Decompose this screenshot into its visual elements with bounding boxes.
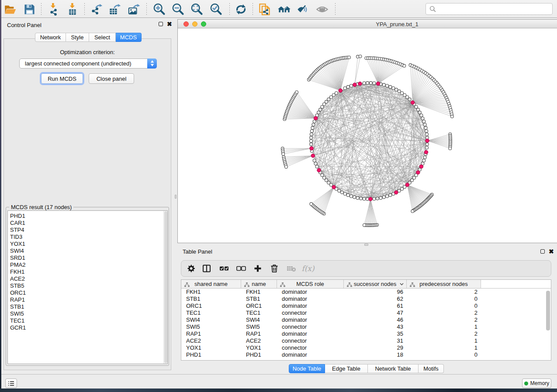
open-folder-icon[interactable] — [3, 2, 17, 16]
memory-button[interactable]: Memory — [522, 378, 551, 388]
table-cell: dominator — [277, 289, 344, 296]
mcds-list-scrollbar[interactable] — [163, 211, 167, 364]
horizontal-splitter-grip[interactable] — [364, 244, 368, 246]
tab-select[interactable]: Select — [89, 33, 116, 42]
table-cell: dominator — [277, 330, 344, 337]
zoom-out-icon[interactable] — [171, 2, 185, 16]
float-panel-icon[interactable] — [159, 22, 163, 26]
table-row[interactable]: SWI5SWI5connector431 — [181, 323, 551, 330]
mcds-result-item[interactable]: SRD1 — [10, 254, 167, 261]
run-mcds-button[interactable]: Run MCDS — [41, 73, 83, 84]
mcds-result-item[interactable]: STB1 — [10, 303, 167, 310]
table-row[interactable]: YOX1YOX1connector291 — [181, 344, 551, 351]
toolbar-separator — [41, 3, 42, 15]
table-row[interactable]: PHD1PHD1dominator180 — [181, 351, 551, 358]
mcds-result-item[interactable]: SWI5 — [10, 310, 167, 317]
table-scrollbar-thumb[interactable] — [546, 291, 550, 330]
tab-network-table[interactable]: Network Table — [368, 364, 419, 373]
tab-style[interactable]: Style — [66, 33, 89, 42]
toolbar-separator — [253, 3, 253, 15]
table-cell: 1 — [407, 344, 481, 351]
gear-icon[interactable] — [184, 261, 198, 276]
mcds-result-item[interactable]: PHD1 — [10, 213, 167, 220]
mcds-result-item[interactable]: STP4 — [10, 227, 167, 234]
save-floppy-icon[interactable] — [22, 2, 36, 16]
column-header-predecessor-nodes[interactable]: predecessor nodes — [407, 280, 481, 289]
table-cell: SWI4 — [181, 316, 241, 323]
import-network-icon[interactable] — [46, 2, 60, 16]
column-header-MCDS-role[interactable]: MCDS role — [277, 280, 344, 289]
show-panels-button[interactable] — [5, 378, 17, 388]
refresh-icon[interactable] — [234, 2, 248, 16]
column-type-icon — [280, 282, 285, 289]
window-minimize-button[interactable] — [192, 21, 197, 27]
window-close-button[interactable] — [183, 21, 189, 27]
zoom-in-icon[interactable] — [152, 2, 166, 16]
column-header-name[interactable]: name — [241, 280, 277, 289]
export-image-icon[interactable] — [127, 2, 141, 16]
select-all-icon[interactable] — [217, 261, 231, 276]
table-row[interactable]: ORC1ORC1dominator610 — [181, 303, 551, 309]
network-graph-canvas[interactable] — [178, 29, 557, 243]
toolbar-separator — [146, 3, 147, 15]
mcds-result-item[interactable]: PMA2 — [10, 261, 167, 268]
mcds-result-item[interactable]: ORC1 — [10, 289, 167, 296]
mcds-result-group: MCDS result (17 nodes) PHD1CAR1STP4TID3Y… — [6, 207, 169, 366]
table-row[interactable]: TEC1TEC1connector472 — [181, 309, 551, 316]
mcds-result-list[interactable]: PHD1CAR1STP4TID3YOX1SWI4SRD1PMA2FKH1ACE2… — [7, 210, 168, 364]
tab-network[interactable]: Network — [35, 33, 66, 42]
table-cell: 0 — [407, 303, 481, 309]
column-header-successor-nodes[interactable]: successor nodes — [344, 280, 407, 289]
search-field[interactable] — [426, 3, 553, 15]
tab-mcds[interactable]: MCDS — [116, 33, 142, 42]
close-table-panel-icon[interactable]: ✖ — [549, 249, 554, 254]
table-cell: ACE2 — [241, 337, 277, 344]
mcds-result-item[interactable]: TID3 — [10, 234, 167, 241]
mcds-result-item[interactable]: CAR1 — [10, 220, 167, 227]
zoom-selected-icon[interactable] — [209, 2, 223, 16]
criterion-dropdown[interactable]: largest connected component (undirected) — [19, 58, 157, 69]
dropdown-stepper-icon — [147, 58, 157, 69]
mcds-result-item[interactable]: YOX1 — [10, 241, 167, 248]
column-header-shared-name[interactable]: shared name — [181, 280, 241, 289]
mcds-result-item[interactable]: STB5 — [10, 282, 167, 289]
table-body: FKH1FKH1dominator962STB1STB1dominator620… — [181, 289, 551, 358]
float-table-panel-icon[interactable] — [540, 249, 545, 254]
desktop-wallpaper-left — [0, 0, 1, 392]
table-cell: 2 — [407, 309, 481, 316]
import-table-icon[interactable] — [66, 2, 80, 16]
mcds-result-item[interactable]: SWI4 — [10, 248, 167, 254]
hide-selected-icon[interactable] — [296, 2, 310, 16]
columns-icon[interactable] — [200, 261, 214, 276]
table-row[interactable]: RAP1RAP1dominator352 — [181, 330, 551, 337]
clone-network-icon[interactable] — [257, 2, 271, 16]
table-cell: SWI5 — [181, 323, 241, 330]
mcds-result-item[interactable]: RAP1 — [10, 296, 167, 303]
table-row[interactable]: ACE2ACE2connector311 — [181, 337, 551, 344]
mcds-result-item[interactable]: ACE2 — [10, 275, 167, 282]
window-zoom-button[interactable] — [201, 21, 206, 27]
deselect-all-icon[interactable] — [234, 261, 248, 276]
zoom-fit-icon[interactable] — [190, 2, 204, 16]
close-panel-button[interactable]: Close panel — [89, 73, 134, 84]
mcds-result-item[interactable]: FKH1 — [10, 268, 167, 275]
plus-icon[interactable] — [251, 261, 265, 276]
search-input[interactable] — [436, 3, 552, 14]
table-row[interactable]: SWI4SWI4dominator462 — [181, 316, 551, 323]
trash-icon[interactable] — [267, 261, 281, 276]
mcds-result-item[interactable]: TEC1 — [10, 317, 167, 324]
close-panel-icon[interactable]: ✖ — [167, 21, 172, 27]
mcds-result-item[interactable]: GCR1 — [10, 324, 167, 331]
vertical-splitter-grip[interactable] — [175, 195, 176, 199]
table-row[interactable]: FKH1FKH1dominator962 — [181, 289, 551, 296]
table-row[interactable]: STB1STB1dominator620 — [181, 296, 551, 303]
tab-edge-table[interactable]: Edge Table — [325, 364, 368, 373]
export-network-icon[interactable] — [90, 2, 104, 16]
task-list-icon — [8, 381, 14, 386]
export-table-icon[interactable] — [108, 2, 122, 16]
show-all-icon[interactable] — [315, 2, 329, 16]
first-neighbors-icon[interactable] — [277, 2, 291, 16]
tab-motifs[interactable]: Motifs — [419, 364, 444, 373]
network-window-titlebar[interactable]: YPA_prune.txt_1 — [178, 20, 557, 28]
tab-node-table[interactable]: Node Table — [289, 364, 325, 373]
